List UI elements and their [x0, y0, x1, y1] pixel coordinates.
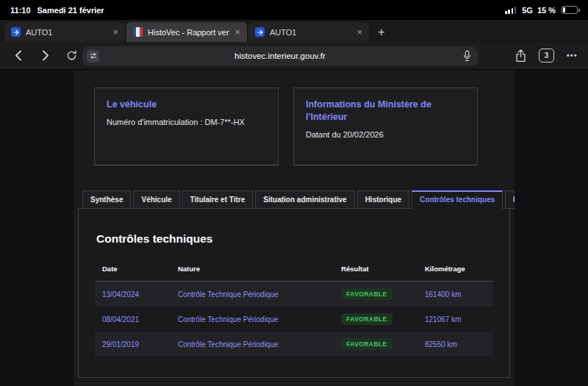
- browser-tab-histovec[interactable]: HistoVec - Rapport vend ×: [126, 22, 247, 42]
- france-flag-favicon: [133, 27, 143, 37]
- microphone-icon[interactable]: [463, 50, 471, 62]
- cell-date: 13/04/2024: [95, 282, 171, 307]
- status-badge: FAVORABLE: [341, 288, 392, 300]
- status-date: Samedi 21 février: [37, 6, 104, 15]
- battery-icon: [562, 6, 578, 14]
- vehicle-card: Le véhicule Numéro d'immatriculation : D…: [94, 87, 279, 165]
- col-header-date: Date: [95, 260, 171, 282]
- back-button[interactable]: [13, 49, 24, 62]
- table-header-row: Date Nature Résultat Kilométrage: [95, 260, 493, 282]
- cell-result: FAVORABLE: [334, 332, 417, 357]
- cell-km: 121067 km: [417, 307, 493, 332]
- tab-synthese[interactable]: Synthèse: [82, 190, 131, 209]
- vehicle-registration: Numéro d'immatriculation : DM-7**-HX: [107, 118, 266, 126]
- tab-kilometrage[interactable]: Kilométrage: [505, 190, 514, 209]
- cell-nature: Contrôle Technique Périodique: [171, 307, 334, 332]
- table-row: 13/04/2024 Contrôle Technique Périodique…: [95, 282, 493, 307]
- tab-titulaire-et-titre[interactable]: Titulaire et Titre: [182, 190, 254, 209]
- content-column: Le véhicule Numéro d'immatriculation : D…: [74, 70, 514, 386]
- table-row: 08/04/2021 Contrôle Technique Périodique…: [95, 307, 493, 332]
- network-type: 5G: [522, 6, 533, 15]
- reload-button[interactable]: [66, 50, 77, 61]
- tab-vehicule[interactable]: Véhicule: [133, 190, 179, 209]
- share-button[interactable]: [515, 49, 526, 62]
- status-badge: FAVORABLE: [341, 338, 392, 350]
- cell-km: 82550 km: [417, 332, 493, 357]
- browser-toolbar: histovec.interieur.gouv.fr 3 •••: [0, 42, 588, 70]
- tabs-button[interactable]: 3: [539, 49, 554, 62]
- web-page: Le véhicule Numéro d'immatriculation : D…: [0, 70, 588, 386]
- battery-percent: 15 %: [537, 6, 556, 15]
- status-bar: 11:10 Samedi 21 février 5G 15 %: [0, 0, 588, 20]
- cell-result: FAVORABLE: [334, 307, 417, 332]
- cellular-signal-icon: [505, 7, 516, 14]
- forward-button[interactable]: [40, 49, 51, 62]
- ministry-card-title: Informations du Ministère de l'Intérieur: [306, 99, 465, 124]
- browser-tab-bar: AUTO1 × HistoVec - Rapport vend × AUTO1 …: [0, 20, 588, 42]
- col-header-nature: Nature: [171, 260, 334, 282]
- vehicle-card-title: Le véhicule: [107, 99, 266, 111]
- cell-nature: Contrôle Technique Périodique: [171, 332, 334, 357]
- browser-tab-auto1-left[interactable]: AUTO1 ×: [4, 22, 125, 42]
- controles-techniques-panel: Contrôles techniques Date Nature Résulta…: [78, 208, 510, 378]
- url-text: histovec.interieur.gouv.fr: [234, 51, 326, 60]
- tab-title: HistoVec - Rapport vend: [148, 28, 229, 37]
- new-tab-button[interactable]: +: [370, 22, 392, 42]
- close-tab-icon[interactable]: ×: [356, 27, 362, 37]
- cell-nature: Contrôle Technique Périodique: [171, 282, 334, 307]
- tab-count: 3: [545, 51, 549, 60]
- tab-title: AUTO1: [270, 28, 351, 37]
- tab-historique[interactable]: Historique: [357, 190, 409, 209]
- tab-title: AUTO1: [26, 28, 107, 37]
- cell-date: 08/04/2021: [95, 307, 171, 332]
- col-header-resultat: Résultat: [334, 260, 417, 282]
- browser-tab-auto1-right[interactable]: AUTO1 ×: [248, 22, 369, 42]
- page-settings-icon[interactable]: [87, 50, 99, 62]
- ministry-card: Informations du Ministère de l'Intérieur…: [293, 87, 478, 165]
- cell-result: FAVORABLE: [334, 282, 417, 307]
- tab-situation-administrative[interactable]: Situation administrative: [255, 190, 354, 209]
- summary-cards: Le véhicule Numéro d'immatriculation : D…: [74, 87, 514, 165]
- address-bar[interactable]: histovec.interieur.gouv.fr: [82, 46, 478, 66]
- section-title: Contrôles techniques: [96, 232, 492, 246]
- col-header-kilometrage: Kilométrage: [417, 260, 493, 282]
- more-menu-button[interactable]: •••: [567, 51, 578, 60]
- auto1-favicon: [11, 27, 21, 37]
- close-tab-icon[interactable]: ×: [112, 27, 118, 37]
- cell-km: 161400 km: [417, 282, 493, 307]
- ministry-card-date: Datant du 20/02/2026: [306, 130, 465, 139]
- report-tabs: Synthèse Véhicule Titulaire et Titre Sit…: [82, 190, 510, 209]
- inspections-table: Date Nature Résultat Kilométrage 13/04/2…: [95, 260, 493, 357]
- status-badge: FAVORABLE: [341, 313, 392, 325]
- cell-date: 29/01/2019: [95, 332, 171, 357]
- clock: 11:10: [10, 6, 31, 15]
- auto1-favicon: [255, 27, 265, 37]
- tab-controles-techniques[interactable]: Contrôles techniques: [412, 190, 503, 209]
- table-row: 29/01/2019 Contrôle Technique Périodique…: [95, 332, 493, 357]
- close-tab-icon[interactable]: ×: [234, 27, 240, 37]
